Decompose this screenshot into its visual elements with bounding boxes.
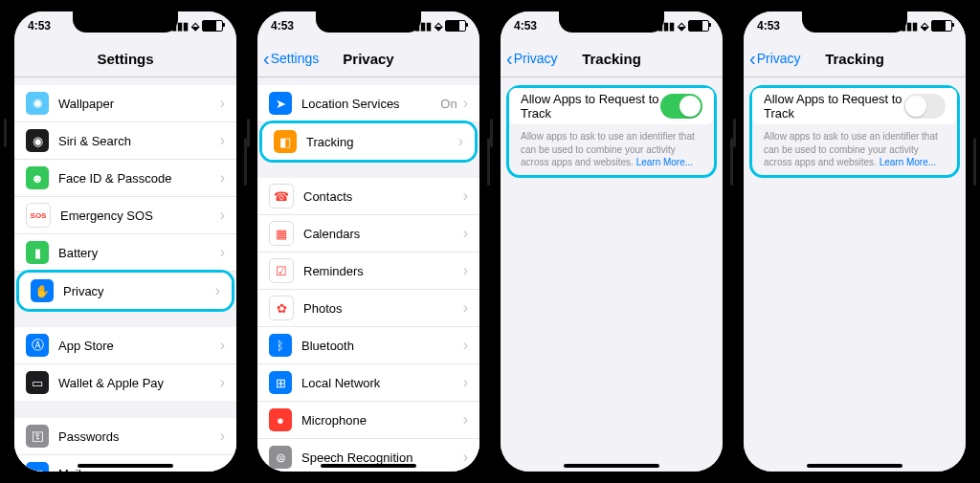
p-bluetooth-label: Bluetooth [301,339,463,353]
battery-icon: ▮ [26,241,49,264]
p-local-network-icon: ⊞ [269,371,292,394]
location-services-label: Location Services [301,97,440,111]
back-button[interactable]: ‹Privacy [749,49,801,68]
chevron-right-icon: › [220,337,225,354]
home-indicator[interactable] [321,464,416,468]
p-photos-label: Photos [303,301,463,316]
status-time: 4:53 [514,19,537,33]
chevron-left-icon: ‹ [263,49,270,68]
nav-title: Tracking [825,51,884,67]
status-time: 4:53 [271,19,294,33]
allow-tracking-row[interactable]: Allow Apps to Request to Track [509,88,714,124]
row-siri-search[interactable]: ◉Siri & Search› [14,122,236,160]
nav-title: Tracking [582,51,641,67]
row-app-store[interactable]: ⒶApp Store› [14,327,236,364]
home-indicator[interactable] [78,464,173,468]
p-local-network-label: Local Network [301,376,463,390]
tracking-icon: ◧ [274,130,297,153]
row-location-services[interactable]: ➤Location ServicesOn› [257,85,479,122]
chevron-right-icon: › [458,133,463,150]
wifi-icon: ⬙ [191,20,199,33]
battery-icon [445,20,466,32]
battery-icon [202,20,223,32]
allow-tracking-label: Allow Apps to Request to Track [521,92,660,121]
row-p-contacts[interactable]: ☎Contacts› [257,178,479,215]
passwords-label: Passwords [58,429,220,444]
emergency-sos-label: Emergency SOS [60,209,220,223]
row-wallpaper[interactable]: ✺Wallpaper› [14,85,236,122]
chevron-left-icon: ‹ [749,49,756,68]
chevron-right-icon: › [463,337,468,354]
row-emergency-sos[interactable]: SOSEmergency SOS› [14,197,236,234]
siri-search-label: Siri & Search [58,134,220,148]
chevron-right-icon: › [463,225,468,242]
faceid-passcode-label: Face ID & Passcode [58,171,220,186]
row-faceid-passcode[interactable]: ☻Face ID & Passcode› [14,160,236,197]
home-indicator[interactable] [807,464,902,468]
phone-1: 4:53 ▮▮▮▮⬙ Settings ✺Wallpaper›◉Siri & S… [7,4,244,479]
allow-tracking-row[interactable]: Allow Apps to Request to Track [752,88,957,124]
app-store-label: App Store [58,339,220,353]
nav-title: Privacy [343,51,393,67]
phone-3: 4:53 ▮▮▮▮⬙ ‹Privacy Tracking Allow Apps … [493,4,730,479]
chevron-right-icon: › [463,262,468,279]
wallpaper-label: Wallpaper [58,97,220,111]
row-p-bluetooth[interactable]: ᛒBluetooth› [257,327,479,364]
passwords-icon: ⚿ [26,425,49,448]
row-tracking[interactable]: ◧Tracking› [262,123,475,160]
row-p-reminders[interactable]: ☑Reminders› [257,252,479,290]
row-p-local-network[interactable]: ⊞Local Network› [257,364,479,402]
tracking-description: Allow apps to ask to use an identifier t… [509,124,714,175]
row-privacy[interactable]: ✋Privacy› [19,273,232,309]
learn-more-link[interactable]: Learn More... [880,157,936,167]
chevron-right-icon: › [220,95,225,112]
tracking-label: Tracking [306,135,458,149]
battery-icon [931,20,952,32]
row-p-photos[interactable]: ✿Photos› [257,290,479,327]
phone-2: 4:53 ▮▮▮▮⬙ ‹Settings Privacy ➤Location S… [250,4,487,479]
row-p-microphone[interactable]: ●Microphone› [257,402,479,439]
allow-tracking-toggle[interactable] [903,94,946,119]
privacy-label: Privacy [63,284,215,298]
siri-search-icon: ◉ [26,129,49,152]
chevron-right-icon: › [220,207,225,224]
row-p-calendars[interactable]: ▦Calendars› [257,215,479,252]
mail-icon: ✉ [26,462,49,472]
chevron-right-icon: › [220,465,225,472]
row-passwords[interactable]: ⚿Passwords› [14,418,236,455]
chevron-right-icon: › [463,411,468,428]
nav-bar: ‹Settings Privacy [257,40,479,77]
chevron-right-icon: › [215,282,220,299]
chevron-right-icon: › [463,95,468,112]
nav-title: Settings [97,51,153,67]
allow-tracking-label: Allow Apps to Request to Track [764,92,903,121]
p-calendars-icon: ▦ [269,221,294,246]
app-store-icon: Ⓐ [26,334,49,357]
chevron-right-icon: › [220,374,225,391]
allow-tracking-toggle[interactable] [660,94,702,119]
tracking-highlight: ◧Tracking› [259,121,478,163]
tracking-card-highlight: Allow Apps to Request to Track Allow app… [506,85,717,178]
nav-bar: Settings [14,40,236,77]
p-microphone-label: Microphone [301,413,463,428]
home-indicator[interactable] [564,464,659,468]
location-services-detail: On [440,97,457,111]
location-services-icon: ➤ [269,92,292,115]
status-time: 4:53 [28,19,51,33]
row-battery[interactable]: ▮Battery› [14,234,236,272]
learn-more-link[interactable]: Learn More... [636,157,693,167]
p-photos-icon: ✿ [269,296,294,320]
chevron-right-icon: › [463,374,468,391]
chevron-right-icon: › [220,169,225,187]
p-bluetooth-icon: ᛒ [269,334,292,357]
nav-bar: ‹Privacy Tracking [501,40,723,77]
p-reminders-icon: ☑ [269,258,294,283]
row-wallet-apple-pay[interactable]: ▭Wallet & Apple Pay› [14,364,236,401]
wifi-icon: ⬙ [678,20,685,33]
wallet-apple-pay-label: Wallet & Apple Pay [58,376,220,390]
privacy-highlight: ✋Privacy› [16,270,234,312]
status-time: 4:53 [757,19,780,33]
back-button[interactable]: ‹Privacy [506,49,558,68]
p-contacts-label: Contacts [303,189,463,204]
back-button[interactable]: ‹Settings [263,49,319,68]
